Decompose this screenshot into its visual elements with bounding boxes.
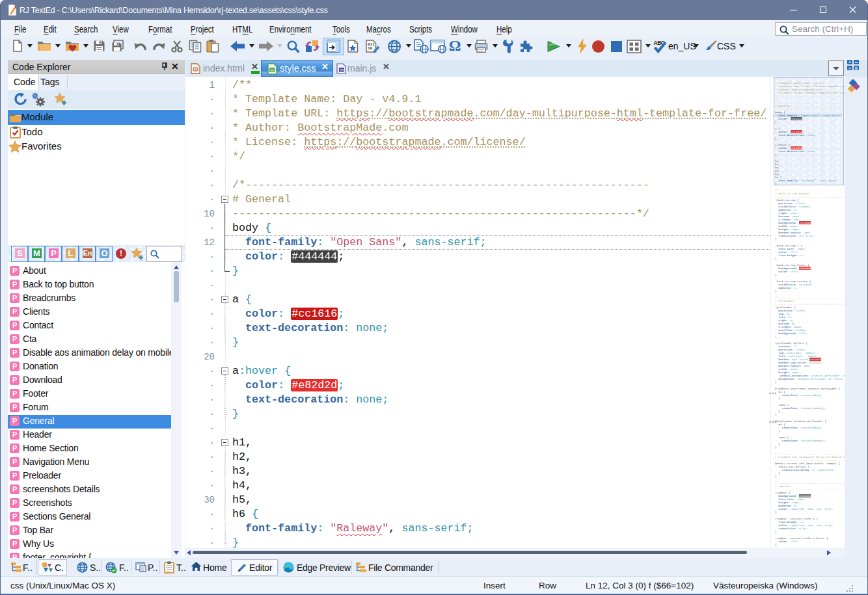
- svg-text:×: ×: [848, 66, 851, 70]
- svg-text:JS: JS: [340, 68, 344, 72]
- svg-text:+: +: [848, 60, 851, 64]
- svg-text:ss: ss: [271, 68, 275, 72]
- svg-text:10: 10: [368, 46, 373, 51]
